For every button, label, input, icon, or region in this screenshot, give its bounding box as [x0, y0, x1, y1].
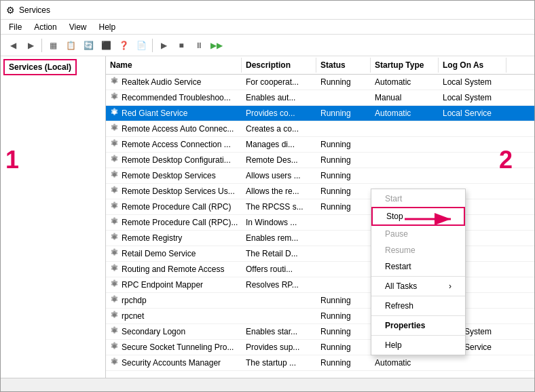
- table-row[interactable]: Routing and Remote AccessOffers routi...: [106, 262, 534, 277]
- table-row[interactable]: Remote Desktop ServicesAllows users ...R…: [106, 168, 534, 184]
- service-logon-cell: [439, 355, 506, 370]
- button2[interactable]: 📋: [62, 37, 79, 54]
- service-name-text: Remote Access Auto Connec...: [122, 124, 234, 134]
- gear-icon: [110, 77, 119, 87]
- service-name-text: Remote Access Connection ...: [122, 140, 231, 149]
- services-local-label: Services (Local): [3, 59, 77, 75]
- context-menu-separator: [371, 335, 465, 336]
- toolbar: ◀ ▶ ▦ 📋 🔄 ⬛ ❓ 📄 ▶ ■ ⏸ ▶▶: [1, 35, 534, 56]
- resume-service-button[interactable]: ▶▶: [208, 37, 225, 54]
- context-menu-item-help[interactable]: Help: [371, 337, 465, 353]
- table-row[interactable]: Remote RegistryEnables rem...: [106, 231, 534, 246]
- label-2: 2: [499, 146, 513, 174]
- service-logon-cell: [439, 121, 506, 136]
- table-row[interactable]: Remote Procedure Call (RPC)The RPCSS s..…: [106, 199, 534, 215]
- header-startup[interactable]: Startup Type: [371, 58, 439, 73]
- service-name-cell: Remote Procedure Call (RPC)...: [106, 215, 242, 230]
- context-menu-item-refresh[interactable]: Refresh: [371, 298, 465, 314]
- service-logon-cell: [439, 168, 506, 183]
- menu-file[interactable]: File: [3, 21, 27, 33]
- table-row[interactable]: Remote Desktop Configurati...Remote Des.…: [106, 153, 534, 168]
- back-button[interactable]: ◀: [5, 37, 21, 54]
- table-row[interactable]: Remote Procedure Call (RPC)...In Windows…: [106, 215, 534, 231]
- menu-view[interactable]: View: [64, 21, 92, 33]
- gear-icon: [110, 264, 119, 275]
- service-desc-cell: Enables star...: [242, 324, 316, 339]
- table-row[interactable]: Realtek Audio ServiceFor cooperat...Runn…: [106, 75, 534, 90]
- service-name-cell: rpchdp: [106, 293, 242, 308]
- table-row[interactable]: Secure Socket Tunneling Pro...Provides s…: [106, 340, 534, 355]
- context-menu-item-start: Start: [371, 191, 465, 207]
- export-button[interactable]: ⬛: [98, 37, 114, 54]
- help-button[interactable]: ❓: [115, 37, 132, 54]
- table-row[interactable]: Security Accounts ManagerThe startup ...…: [106, 355, 534, 371]
- table-row[interactable]: Red Giant ServiceProvides co...RunningAu…: [106, 106, 534, 121]
- menu-bar: File Action View Help: [1, 20, 534, 35]
- header-description[interactable]: Description: [242, 58, 316, 73]
- pause-service-button[interactable]: ⏸: [191, 37, 207, 54]
- service-status-cell: [316, 231, 371, 246]
- service-name-text: rpchdp: [122, 296, 147, 305]
- service-desc-cell: [242, 293, 316, 308]
- forward-button[interactable]: ▶: [22, 37, 39, 54]
- service-name-cell: rpcnet: [106, 309, 242, 324]
- table-row[interactable]: Recommended Troubleshoo...Enables aut...…: [106, 90, 534, 106]
- service-name-cell: Remote Desktop Configurati...: [106, 153, 242, 168]
- services-window: ⚙ Services File Action View Help ◀ ▶ ▦ 📋…: [0, 0, 535, 392]
- service-name-cell: Remote Desktop Services Us...: [106, 184, 242, 199]
- service-logon-cell: [439, 137, 506, 152]
- table-row[interactable]: Remote Desktop Services Us...Allows the …: [106, 184, 534, 199]
- service-name-cell: Remote Registry: [106, 231, 242, 246]
- service-name-text: Remote Desktop Services: [122, 171, 216, 180]
- menu-action[interactable]: Action: [29, 21, 62, 33]
- service-status-cell: Running: [316, 340, 371, 355]
- service-name-cell: Remote Access Connection ...: [106, 137, 242, 152]
- service-desc-cell: The Retail D...: [242, 246, 316, 261]
- service-name-cell: Remote Access Auto Connec...: [106, 121, 242, 136]
- table-row[interactable]: rpchdpRunning: [106, 293, 534, 309]
- header-logon[interactable]: Log On As: [439, 58, 506, 73]
- service-status-cell: [316, 277, 371, 292]
- context-menu-item-all-tasks[interactable]: All Tasks›: [371, 278, 465, 294]
- table-row[interactable]: Secondary LogonEnables star...RunningMan…: [106, 324, 534, 340]
- service-desc-cell: For cooperat...: [242, 75, 316, 90]
- gear-icon: [110, 123, 119, 134]
- table-row[interactable]: RPC Endpoint MapperResolves RP...: [106, 277, 534, 293]
- service-name-text: Remote Procedure Call (RPC)...: [122, 218, 238, 227]
- gear-icon: [110, 92, 119, 103]
- service-name-text: Secondary Logon: [122, 327, 185, 336]
- menu-help[interactable]: Help: [94, 21, 122, 33]
- service-status-cell: Running: [316, 168, 371, 183]
- service-name-text: Secure Socket Tunneling Pro...: [122, 342, 234, 352]
- service-status-cell: Running: [316, 137, 371, 152]
- start-service-button[interactable]: ▶: [155, 37, 172, 54]
- service-name-text: Remote Procedure Call (RPC): [122, 202, 231, 212]
- table-row[interactable]: Remote Access Connection ...Manages di..…: [106, 137, 534, 153]
- header-name[interactable]: Name: [106, 58, 242, 73]
- gear-icon: [110, 170, 119, 181]
- table-row[interactable]: rpcnetRunning: [106, 309, 534, 324]
- service-startup-cell: [371, 153, 439, 168]
- service-name-cell: Routing and Remote Access: [106, 262, 242, 277]
- table-row[interactable]: Remote Access Auto Connec...Creates a co…: [106, 121, 534, 137]
- service-name-cell: Secondary Logon: [106, 324, 242, 339]
- arrow-indicator: [405, 209, 459, 233]
- gear-icon: [110, 186, 119, 197]
- service-desc-cell: The RPCSS s...: [242, 199, 316, 214]
- service-status-cell: Running: [316, 75, 371, 90]
- gear-icon: [110, 108, 119, 119]
- service-status-cell: [316, 121, 371, 136]
- content-area: Name Description Status Startup Type Log…: [106, 56, 534, 378]
- service-name-text: Remote Desktop Services Us...: [122, 187, 235, 196]
- header-status[interactable]: Status: [316, 58, 371, 73]
- context-menu-item-restart[interactable]: Restart: [371, 258, 465, 275]
- table-row[interactable]: Retail Demo ServiceThe Retail D...: [106, 246, 534, 262]
- service-name-text: Recommended Troubleshoo...: [122, 93, 231, 102]
- properties-button[interactable]: 📄: [133, 37, 149, 54]
- show-console-button[interactable]: ▦: [45, 37, 61, 54]
- service-status-cell: Running: [316, 309, 371, 324]
- stop-service-button[interactable]: ■: [173, 37, 189, 54]
- service-status-cell: Running: [316, 106, 371, 121]
- refresh-button[interactable]: 🔄: [80, 37, 96, 54]
- context-menu-item-properties[interactable]: Properties: [371, 317, 465, 334]
